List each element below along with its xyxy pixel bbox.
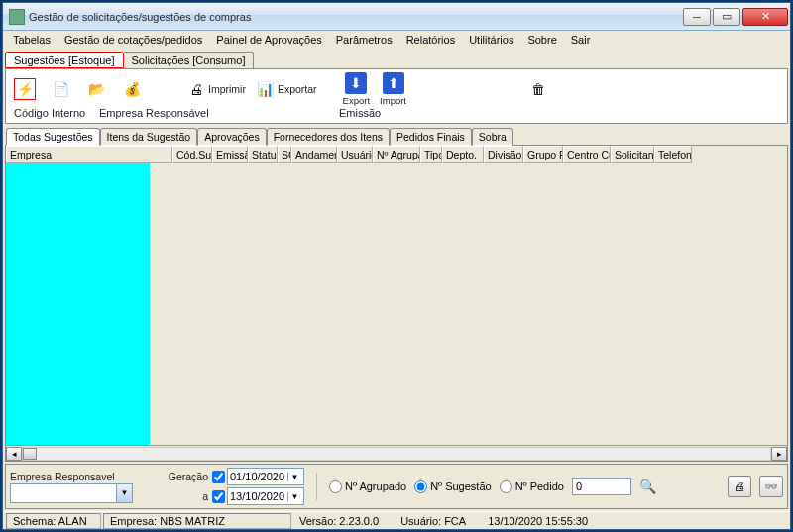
new-doc-button[interactable]: 📄 — [48, 78, 73, 100]
empresa-combo[interactable]: ▼ — [10, 483, 133, 503]
grid-header: EmpresaCód.SugestãoEmissãoStatusSCAndame… — [6, 146, 787, 163]
titlebar: Gestão de solicitações/sugestões de comp… — [3, 3, 790, 31]
lightning-icon: ⚡ — [14, 78, 36, 100]
print-icon-button[interactable]: 🖨 — [728, 476, 751, 497]
window-title: Gestão de solicitações/sugestões de comp… — [29, 11, 683, 23]
toolbar-panel: ⚡ 📄 📂 💰 🖨Imprimir 📊Exportar ⬇Export ⬆Imp… — [5, 68, 788, 124]
status-versao: Versão: 2.23.0.0 — [299, 515, 379, 527]
tab-solicitacoes-consumo[interactable]: Solicitações [Consumo] — [123, 52, 255, 68]
printer-icon: 🖨 — [735, 480, 745, 492]
binoculars-icon: 👓 — [764, 480, 778, 493]
column-header[interactable]: Tipo — [420, 146, 442, 163]
column-header[interactable]: Centro Custo — [563, 146, 611, 163]
menu-relatorios[interactable]: Relatórios — [400, 33, 462, 47]
tab-sobra[interactable]: Sobra — [472, 128, 513, 146]
filter-bar: Empresa Responsavel ▼ Geração 01/10/2020… — [5, 464, 788, 509]
menu-aprovacoes[interactable]: Painel de Aprovações — [210, 33, 327, 47]
search-icon[interactable]: 🔍 — [639, 479, 656, 494]
date-from-field[interactable]: 01/10/2020▼ — [227, 468, 304, 485]
module-tabs: Sugestões [Estoque] Solicitações [Consum… — [3, 49, 790, 68]
scroll-right-button[interactable]: ▸ — [771, 447, 787, 461]
maximize-button[interactable]: ▭ — [713, 8, 740, 26]
close-button[interactable]: ✕ — [742, 8, 788, 26]
money-button[interactable]: 💰 — [119, 78, 145, 100]
menu-parametros[interactable]: Parâmetros — [330, 33, 398, 47]
menu-cotacoes[interactable]: Gestão de cotações/pedidos — [58, 33, 208, 47]
folder-button[interactable]: 📂 — [83, 78, 109, 100]
column-header[interactable]: SC — [278, 146, 291, 163]
column-header[interactable]: Andamento — [291, 146, 337, 163]
column-header[interactable]: Empresa — [6, 146, 172, 163]
chevron-down-icon: ▼ — [287, 492, 301, 501]
status-empresa: Empresa: NBS MATRIZ — [103, 513, 291, 529]
delete-button[interactable]: 🗑 — [525, 78, 551, 100]
chevron-down-icon: ▼ — [287, 473, 301, 481]
tab-todas-sugestoes[interactable]: Todas Sugestões — [6, 128, 100, 146]
tab-sugestoes-estoque[interactable]: Sugestões [Estoque] — [5, 52, 124, 68]
print-button[interactable]: 🖨Imprimir — [186, 79, 246, 99]
date-to-check[interactable] — [212, 490, 225, 503]
numero-input[interactable] — [572, 478, 631, 495]
document-icon: 📄 — [50, 78, 71, 100]
label-emissao: Emissão — [339, 107, 381, 119]
date-to-field[interactable]: 13/10/2020▼ — [227, 487, 304, 505]
menu-sair[interactable]: Sair — [565, 33, 597, 47]
trash-icon: 🗑 — [527, 78, 549, 100]
binoculars-button[interactable]: 👓 — [759, 476, 783, 497]
label-codigo: Código Interno — [14, 107, 91, 119]
minimize-button[interactable]: ─ — [683, 8, 711, 26]
statusbar: Schema: ALAN Empresa: NBS MATRIZ Versão:… — [3, 511, 790, 529]
label-a: a — [161, 490, 208, 502]
data-grid: EmpresaCód.SugestãoEmissãoStatusSCAndame… — [5, 145, 788, 462]
tab-pedidos-finais[interactable]: Pedidos Finais — [390, 128, 472, 146]
spreadsheet-icon: 📊 — [256, 79, 276, 99]
column-header[interactable]: Nº Agrupada — [373, 146, 420, 163]
label-geracao: Geração — [161, 471, 208, 482]
status-data: 13/10/2020 15:55:30 — [488, 515, 588, 527]
status-usuario: Usuário: FCA — [400, 515, 466, 527]
date-to-box: 13/10/2020▼ — [212, 487, 304, 505]
column-header[interactable]: Grupo PC — [523, 146, 563, 163]
horizontal-scrollbar[interactable]: ◂ ▸ — [6, 445, 787, 461]
label-empresa: Empresa Responsável — [99, 107, 331, 119]
status-schema: Schema: ALAN — [6, 513, 101, 529]
tab-itens-sugestao[interactable]: Itens da Sugestão — [100, 128, 198, 146]
column-header[interactable]: Divisão — [484, 146, 523, 163]
chevron-down-icon: ▼ — [116, 484, 132, 502]
app-icon — [9, 9, 25, 25]
grid-body — [6, 163, 787, 445]
column-header[interactable]: Depto. — [442, 146, 484, 163]
menubar: Tabelas Gestão de cotações/pedidos Paine… — [3, 31, 790, 49]
import-icon: ⬆ — [383, 72, 404, 94]
column-header[interactable]: Usuário — [337, 146, 373, 163]
menu-sobre[interactable]: Sobre — [521, 33, 562, 47]
app-window: Gestão de solicitações/sugestões de comp… — [2, 2, 791, 530]
radio-sugestao[interactable]: Nº Sugestão — [414, 480, 492, 493]
column-header[interactable]: Emissão — [212, 146, 248, 163]
export-xls-button[interactable]: 📊Exportar — [256, 79, 317, 99]
scroll-track[interactable] — [22, 447, 771, 461]
column-header[interactable]: Status — [248, 146, 278, 163]
column-header[interactable]: Solicitante — [611, 146, 654, 163]
grid-empresa-column-area — [6, 163, 150, 445]
refresh-button[interactable]: ⚡ — [12, 78, 38, 100]
export-button[interactable]: ⬇Export — [343, 72, 370, 106]
date-from-box: 01/10/2020▼ — [212, 468, 304, 485]
scroll-thumb[interactable] — [23, 448, 37, 460]
separator — [316, 473, 317, 500]
radio-agrupado[interactable]: Nº Agrupado — [329, 480, 406, 493]
radio-pedido[interactable]: Nº Pedido — [500, 480, 564, 493]
column-header[interactable]: Cód.Sugestão — [172, 146, 212, 163]
label-empresa-resp: Empresa Responsavel — [10, 471, 133, 482]
tab-aprovacoes[interactable]: Aprovações — [197, 128, 266, 146]
menu-tabelas[interactable]: Tabelas — [7, 33, 57, 47]
coins-icon: 💰 — [121, 78, 143, 100]
export-icon: ⬇ — [345, 72, 367, 94]
import-button[interactable]: ⬆Import — [380, 72, 406, 106]
date-from-check[interactable] — [212, 471, 225, 483]
column-header[interactable]: Telefone — [654, 146, 692, 163]
menu-utilitarios[interactable]: Utilitários — [463, 33, 519, 47]
tab-fornecedores[interactable]: Fornecedores dos Itens — [267, 128, 390, 146]
scroll-left-button[interactable]: ◂ — [6, 447, 22, 461]
folder-icon: 📂 — [85, 78, 107, 100]
